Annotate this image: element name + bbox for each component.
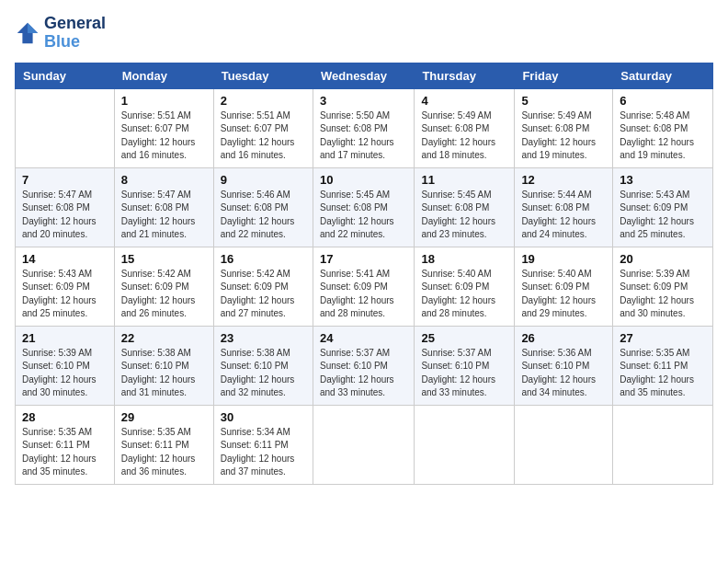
day-number: 7 bbox=[22, 173, 108, 187]
calendar-cell: 7Sunrise: 5:47 AM Sunset: 6:08 PM Daylig… bbox=[16, 167, 115, 247]
calendar-cell: 27Sunrise: 5:35 AM Sunset: 6:11 PM Dayli… bbox=[613, 326, 713, 405]
calendar-header-row: SundayMondayTuesdayWednesdayThursdayFrid… bbox=[16, 63, 713, 88]
day-number: 11 bbox=[421, 173, 507, 187]
day-number: 16 bbox=[221, 252, 306, 266]
calendar-cell: 11Sunrise: 5:45 AM Sunset: 6:08 PM Dayli… bbox=[415, 167, 515, 247]
day-info: Sunrise: 5:43 AM Sunset: 6:09 PM Dayligh… bbox=[620, 189, 706, 242]
day-info: Sunrise: 5:47 AM Sunset: 6:08 PM Dayligh… bbox=[22, 189, 108, 242]
calendar-cell: 22Sunrise: 5:38 AM Sunset: 6:10 PM Dayli… bbox=[114, 326, 213, 405]
calendar-cell bbox=[415, 405, 515, 484]
day-info: Sunrise: 5:48 AM Sunset: 6:08 PM Dayligh… bbox=[620, 109, 706, 163]
day-info: Sunrise: 5:35 AM Sunset: 6:11 PM Dayligh… bbox=[121, 426, 207, 479]
day-info: Sunrise: 5:46 AM Sunset: 6:08 PM Dayligh… bbox=[221, 189, 306, 242]
calendar-cell: 20Sunrise: 5:39 AM Sunset: 6:09 PM Dayli… bbox=[613, 247, 713, 326]
calendar-cell: 29Sunrise: 5:35 AM Sunset: 6:11 PM Dayli… bbox=[114, 405, 213, 484]
day-number: 10 bbox=[320, 173, 407, 187]
day-number: 2 bbox=[221, 94, 306, 108]
logo: General Blue bbox=[15, 15, 106, 52]
calendar-cell: 26Sunrise: 5:36 AM Sunset: 6:10 PM Dayli… bbox=[515, 326, 613, 405]
calendar-cell: 1Sunrise: 5:51 AM Sunset: 6:07 PM Daylig… bbox=[114, 88, 213, 167]
day-info: Sunrise: 5:49 AM Sunset: 6:08 PM Dayligh… bbox=[521, 109, 606, 163]
svg-marker-1 bbox=[28, 23, 38, 33]
day-number: 23 bbox=[221, 331, 306, 345]
calendar-cell: 21Sunrise: 5:39 AM Sunset: 6:10 PM Dayli… bbox=[16, 326, 115, 405]
week-row-4: 21Sunrise: 5:39 AM Sunset: 6:10 PM Dayli… bbox=[16, 326, 713, 405]
day-info: Sunrise: 5:50 AM Sunset: 6:08 PM Dayligh… bbox=[320, 109, 407, 163]
day-info: Sunrise: 5:40 AM Sunset: 6:09 PM Dayligh… bbox=[521, 268, 606, 321]
day-number: 6 bbox=[620, 94, 706, 108]
day-info: Sunrise: 5:34 AM Sunset: 6:11 PM Dayligh… bbox=[221, 426, 306, 479]
calendar-cell: 8Sunrise: 5:47 AM Sunset: 6:08 PM Daylig… bbox=[114, 167, 213, 247]
calendar-cell: 18Sunrise: 5:40 AM Sunset: 6:09 PM Dayli… bbox=[415, 247, 515, 326]
day-info: Sunrise: 5:51 AM Sunset: 6:07 PM Dayligh… bbox=[221, 109, 306, 163]
day-header-thursday: Thursday bbox=[415, 63, 515, 88]
day-info: Sunrise: 5:42 AM Sunset: 6:09 PM Dayligh… bbox=[121, 268, 207, 321]
day-info: Sunrise: 5:38 AM Sunset: 6:10 PM Dayligh… bbox=[121, 347, 207, 400]
day-info: Sunrise: 5:45 AM Sunset: 6:08 PM Dayligh… bbox=[421, 189, 507, 242]
day-header-friday: Friday bbox=[515, 63, 613, 88]
calendar-cell: 14Sunrise: 5:43 AM Sunset: 6:09 PM Dayli… bbox=[16, 247, 115, 326]
day-header-saturday: Saturday bbox=[613, 63, 713, 88]
calendar-cell: 24Sunrise: 5:37 AM Sunset: 6:10 PM Dayli… bbox=[313, 326, 414, 405]
day-number: 17 bbox=[320, 252, 407, 266]
week-row-5: 28Sunrise: 5:35 AM Sunset: 6:11 PM Dayli… bbox=[16, 405, 713, 484]
calendar-cell: 9Sunrise: 5:46 AM Sunset: 6:08 PM Daylig… bbox=[213, 167, 313, 247]
calendar-cell: 12Sunrise: 5:44 AM Sunset: 6:08 PM Dayli… bbox=[515, 167, 613, 247]
day-number: 1 bbox=[121, 94, 207, 108]
day-number: 21 bbox=[22, 331, 108, 345]
day-info: Sunrise: 5:39 AM Sunset: 6:09 PM Dayligh… bbox=[620, 268, 706, 321]
calendar-cell: 2Sunrise: 5:51 AM Sunset: 6:07 PM Daylig… bbox=[213, 88, 313, 167]
logo-icon bbox=[15, 20, 40, 46]
day-info: Sunrise: 5:35 AM Sunset: 6:11 PM Dayligh… bbox=[22, 426, 108, 479]
calendar-cell: 3Sunrise: 5:50 AM Sunset: 6:08 PM Daylig… bbox=[313, 88, 414, 167]
day-info: Sunrise: 5:41 AM Sunset: 6:09 PM Dayligh… bbox=[320, 268, 407, 321]
day-info: Sunrise: 5:37 AM Sunset: 6:10 PM Dayligh… bbox=[421, 347, 507, 400]
calendar-cell bbox=[613, 405, 713, 484]
day-number: 15 bbox=[121, 252, 207, 266]
calendar-cell bbox=[313, 405, 414, 484]
day-info: Sunrise: 5:47 AM Sunset: 6:08 PM Dayligh… bbox=[121, 189, 207, 242]
calendar-cell: 28Sunrise: 5:35 AM Sunset: 6:11 PM Dayli… bbox=[16, 405, 115, 484]
day-number: 30 bbox=[221, 410, 306, 424]
calendar-cell bbox=[515, 405, 613, 484]
day-info: Sunrise: 5:51 AM Sunset: 6:07 PM Dayligh… bbox=[121, 109, 207, 163]
day-number: 3 bbox=[320, 94, 407, 108]
day-info: Sunrise: 5:40 AM Sunset: 6:09 PM Dayligh… bbox=[421, 268, 507, 321]
day-info: Sunrise: 5:39 AM Sunset: 6:10 PM Dayligh… bbox=[22, 347, 108, 400]
day-header-tuesday: Tuesday bbox=[213, 63, 313, 88]
day-number: 25 bbox=[421, 331, 507, 345]
calendar-cell: 10Sunrise: 5:45 AM Sunset: 6:08 PM Dayli… bbox=[313, 167, 414, 247]
day-header-wednesday: Wednesday bbox=[313, 63, 414, 88]
calendar-cell: 16Sunrise: 5:42 AM Sunset: 6:09 PM Dayli… bbox=[213, 247, 313, 326]
day-info: Sunrise: 5:49 AM Sunset: 6:08 PM Dayligh… bbox=[421, 109, 507, 163]
day-number: 22 bbox=[121, 331, 207, 345]
week-row-1: 1Sunrise: 5:51 AM Sunset: 6:07 PM Daylig… bbox=[16, 88, 713, 167]
day-number: 4 bbox=[421, 94, 507, 108]
day-info: Sunrise: 5:45 AM Sunset: 6:08 PM Dayligh… bbox=[320, 189, 407, 242]
day-number: 26 bbox=[521, 331, 606, 345]
day-number: 9 bbox=[221, 173, 306, 187]
day-info: Sunrise: 5:44 AM Sunset: 6:08 PM Dayligh… bbox=[521, 189, 606, 242]
calendar-table: SundayMondayTuesdayWednesdayThursdayFrid… bbox=[15, 63, 713, 485]
calendar-cell bbox=[16, 88, 115, 167]
day-number: 5 bbox=[521, 94, 606, 108]
calendar-cell: 17Sunrise: 5:41 AM Sunset: 6:09 PM Dayli… bbox=[313, 247, 414, 326]
calendar-cell: 13Sunrise: 5:43 AM Sunset: 6:09 PM Dayli… bbox=[613, 167, 713, 247]
calendar-cell: 5Sunrise: 5:49 AM Sunset: 6:08 PM Daylig… bbox=[515, 88, 613, 167]
day-number: 12 bbox=[521, 173, 606, 187]
day-info: Sunrise: 5:35 AM Sunset: 6:11 PM Dayligh… bbox=[620, 347, 706, 400]
day-number: 13 bbox=[620, 173, 706, 187]
day-number: 8 bbox=[121, 173, 207, 187]
logo-text: General Blue bbox=[44, 15, 106, 52]
page-header: General Blue bbox=[15, 15, 713, 52]
day-number: 14 bbox=[22, 252, 108, 266]
day-info: Sunrise: 5:42 AM Sunset: 6:09 PM Dayligh… bbox=[221, 268, 306, 321]
day-info: Sunrise: 5:37 AM Sunset: 6:10 PM Dayligh… bbox=[320, 347, 407, 400]
week-row-3: 14Sunrise: 5:43 AM Sunset: 6:09 PM Dayli… bbox=[16, 247, 713, 326]
day-number: 29 bbox=[121, 410, 207, 424]
day-number: 18 bbox=[421, 252, 507, 266]
week-row-2: 7Sunrise: 5:47 AM Sunset: 6:08 PM Daylig… bbox=[16, 167, 713, 247]
day-info: Sunrise: 5:43 AM Sunset: 6:09 PM Dayligh… bbox=[22, 268, 108, 321]
day-header-monday: Monday bbox=[114, 63, 213, 88]
day-number: 19 bbox=[521, 252, 606, 266]
